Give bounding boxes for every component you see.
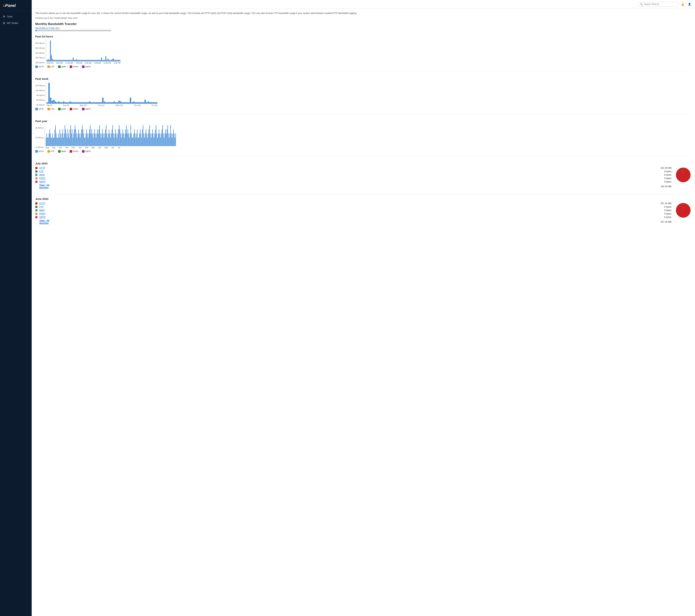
bar	[159, 134, 160, 146]
chart-24h-title: Past 24 hours	[35, 35, 691, 38]
bar	[107, 58, 108, 61]
smtp-color	[82, 66, 85, 68]
bar	[96, 102, 97, 104]
bar	[62, 134, 62, 146]
july-smtp-label[interactable]: SMTP	[39, 180, 50, 183]
june-total-label[interactable]: Total - All Services	[39, 219, 50, 225]
july-ftp-label[interactable]: FTP	[39, 170, 50, 173]
bar	[69, 138, 69, 146]
bar	[122, 102, 123, 104]
chart-24h-area: 500 KB/min. 400 KB/min. 300 KB/min. 200 …	[35, 40, 691, 64]
bar	[77, 60, 78, 61]
bandwidth-fill	[35, 30, 37, 31]
chart-week-y-axis: 150 KB/min. 120 KB/min. 90 KB/min. 60 KB…	[35, 85, 45, 106]
bar	[128, 102, 130, 104]
july-pie-chart	[675, 167, 691, 183]
bar	[149, 125, 150, 146]
bar	[94, 60, 94, 61]
bar	[80, 60, 81, 61]
july-http-dot	[35, 167, 37, 169]
july-title: July 2023	[35, 162, 691, 165]
chart-year-x-labels: Aug Sep Oct Nov Dec Jan Feb Mar Apr May …	[45, 147, 121, 149]
july-pop3-dot	[35, 177, 37, 179]
bar	[147, 134, 147, 146]
bar	[106, 125, 106, 146]
june-http-label[interactable]: HTTP	[39, 202, 50, 205]
bar	[72, 138, 73, 146]
bar	[69, 60, 70, 61]
bar	[167, 129, 167, 146]
bar	[136, 102, 138, 104]
bar	[146, 129, 146, 146]
notification-button[interactable]: 🔔	[680, 1, 685, 7]
july-http-label[interactable]: HTTP	[39, 167, 50, 169]
bar	[104, 60, 105, 61]
chart-24h-y-axis: 500 KB/min. 400 KB/min. 300 KB/min. 200 …	[35, 42, 45, 64]
bar	[91, 60, 92, 61]
bar	[143, 125, 143, 146]
june-imap-label[interactable]: IMAP	[39, 209, 50, 212]
bar	[110, 138, 111, 146]
june-ftp-value: 0 bytes	[654, 206, 672, 208]
june-smtp-label[interactable]: SMTP	[39, 216, 50, 218]
bar	[53, 138, 54, 146]
bar	[110, 102, 112, 104]
july-total-label[interactable]: Total - All Services	[39, 184, 50, 189]
june-ftp-label[interactable]: FTP	[39, 206, 50, 208]
bar	[130, 98, 131, 104]
bar	[68, 134, 69, 146]
sidebar-item-tools[interactable]: ⚙ Tools	[0, 13, 32, 20]
june-http-value: 357.34 MB	[654, 202, 672, 205]
chart-24h-x-labels: 6:00 PM 9:00 PM 12:00 AM 3:00 AM 6:00 AM…	[46, 62, 121, 64]
bar	[102, 134, 102, 146]
y-label-2: 400 KB/min.	[35, 47, 45, 49]
bar	[77, 138, 78, 146]
user-button[interactable]: 👤	[687, 1, 692, 7]
bar	[117, 138, 117, 146]
sidebar-item-wp-toolkit[interactable]: ⊞ WP Toolkit	[0, 20, 32, 26]
bar	[167, 125, 168, 146]
timezone-note: All times are in the "Asia/Kolkata" time…	[35, 17, 691, 19]
bar	[158, 134, 158, 146]
chart-week-x-labels: Sat (8) Sun (9) Mon (10) Tue (11) Wed (1…	[46, 104, 158, 106]
bar	[60, 129, 60, 146]
bar	[151, 102, 152, 104]
july-smtp-value: 0 bytes	[654, 180, 672, 183]
bar	[118, 129, 119, 146]
bar	[103, 134, 103, 146]
legend-http: HTTP	[35, 66, 44, 68]
bar	[97, 60, 98, 61]
bar	[57, 60, 58, 61]
bandwidth-usage-label[interactable]: 181.59 MB / 9.77 GB ( 2% )	[35, 27, 691, 29]
bar	[172, 138, 172, 146]
bar	[87, 60, 88, 61]
bar	[149, 129, 149, 146]
search-box[interactable]: 🔍	[639, 2, 678, 6]
bar	[103, 60, 104, 61]
bar	[88, 138, 88, 146]
july-imap-label[interactable]: IMAP	[39, 174, 50, 176]
bar	[120, 134, 121, 146]
bar	[113, 58, 114, 61]
bar	[50, 134, 51, 146]
july-pop3-label[interactable]: POP3	[39, 177, 50, 180]
search-input[interactable]	[644, 3, 677, 5]
bar	[114, 102, 115, 104]
july-pop3-value: 0 bytes	[654, 177, 672, 180]
bar	[81, 102, 82, 104]
bar	[94, 129, 95, 146]
http-color	[35, 66, 38, 68]
bar	[82, 125, 83, 146]
bar	[58, 60, 60, 61]
bar	[165, 134, 165, 146]
bar	[92, 134, 93, 146]
bar	[151, 138, 151, 146]
bar	[55, 60, 56, 61]
june-pop3-label[interactable]: POP3	[39, 212, 50, 215]
bar	[116, 134, 117, 146]
bar	[154, 138, 154, 146]
bar	[154, 102, 156, 104]
bar	[68, 102, 69, 104]
bar	[60, 134, 61, 146]
bar	[66, 60, 67, 61]
